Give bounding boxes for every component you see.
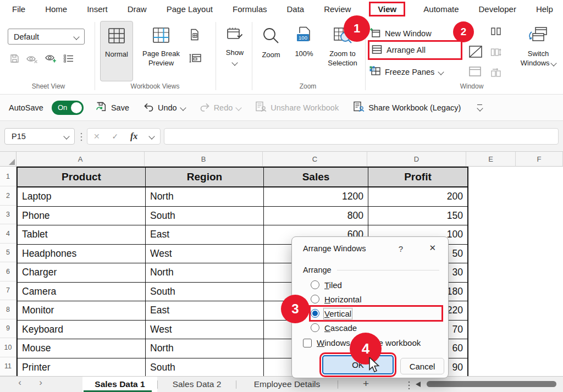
arrange-all-button[interactable]: Arrange All — [369, 42, 461, 58]
cell-A9[interactable]: Keyboard — [18, 321, 146, 340]
custom-views-icon[interactable] — [189, 53, 201, 66]
tab-options-icon[interactable] — [408, 380, 410, 389]
cell-B2[interactable]: North — [146, 187, 264, 207]
select-all-button[interactable] — [0, 152, 16, 167]
menu-tab-draw[interactable]: Draw — [128, 4, 147, 14]
cell-A2[interactable]: Laptop — [18, 187, 146, 207]
cell-A10[interactable]: Mouse — [18, 339, 146, 358]
cell-B11[interactable]: South — [146, 358, 264, 378]
row-header-7[interactable]: 7 — [0, 281, 16, 301]
row-header-10[interactable]: 10 — [0, 338, 16, 357]
radio-tiled[interactable]: Tiled — [311, 278, 441, 291]
row-header-11[interactable]: 11 — [0, 357, 16, 377]
qat-overflow-icon[interactable] — [477, 104, 482, 111]
sheet-tab-sales-data-1[interactable]: Sales Data 1 — [82, 377, 157, 392]
zoom-100-button[interactable]: 100 100% — [289, 21, 319, 81]
hide-window-icon[interactable] — [468, 66, 482, 79]
menu-tab-home[interactable]: Home — [45, 4, 67, 14]
zoom-button[interactable]: Zoom — [255, 21, 287, 81]
dialog-help-button[interactable]: ? — [399, 244, 403, 253]
menu-tab-view[interactable]: View — [371, 3, 404, 15]
new-window-button[interactable]: New Window — [369, 25, 432, 42]
normal-view-button[interactable]: Normal — [100, 21, 133, 81]
menu-tab-insert[interactable]: Insert — [87, 4, 108, 14]
cell-B7[interactable]: South — [146, 283, 264, 302]
cell-C3[interactable]: 800 — [264, 207, 368, 226]
name-box[interactable]: P15 — [4, 128, 75, 145]
freeze-panes-button[interactable]: Freeze Panes — [369, 64, 443, 80]
column-header-F[interactable]: F — [516, 152, 563, 167]
page-break-preview-button[interactable]: Page Break Preview — [135, 21, 187, 81]
cell-B8[interactable]: East — [146, 301, 264, 321]
cell-A6[interactable]: Charger — [18, 263, 146, 283]
row-header-5[interactable]: 5 — [0, 244, 16, 263]
save-button[interactable]: Save — [96, 101, 129, 114]
cell-B9[interactable]: West — [146, 321, 264, 340]
cell-A7[interactable]: Camera — [18, 283, 146, 302]
undo-button[interactable]: Undo — [143, 102, 185, 113]
cell-A8[interactable]: Monitor — [18, 301, 146, 321]
sheet-tab-sales-data-2[interactable]: Sales Data 2 — [158, 377, 236, 392]
row-header-4[interactable]: 4 — [0, 224, 16, 244]
scroll-left-icon[interactable] — [416, 382, 421, 387]
show-button[interactable]: Show — [219, 21, 251, 81]
new-sheet-view-icon[interactable] — [45, 54, 57, 65]
view-side-by-side-icon[interactable] — [490, 26, 501, 38]
switch-windows-button[interactable]: SwitchWindows — [515, 21, 562, 81]
row-header-6[interactable]: 6 — [0, 262, 16, 281]
insert-function-icon[interactable]: fx — [130, 131, 137, 141]
cancel-entry-icon[interactable]: ✕ — [93, 132, 100, 141]
cancel-button[interactable]: Cancel — [400, 358, 444, 374]
formula-input[interactable] — [164, 128, 559, 145]
column-header-E[interactable]: E — [466, 152, 516, 167]
radio-horizontal[interactable]: Horizontal — [311, 292, 441, 306]
header-cell-product[interactable]: Product — [18, 168, 146, 187]
cell-B6[interactable]: North — [146, 263, 264, 283]
row-header-8[interactable]: 8 — [0, 300, 16, 319]
new-sheet-button[interactable]: + — [363, 378, 369, 390]
row-header-2[interactable]: 2 — [0, 186, 16, 206]
cell-B4[interactable]: East — [146, 225, 264, 245]
prev-sheet-button[interactable]: ‹ — [14, 377, 25, 388]
dialog-close-icon[interactable]: ✕ — [429, 243, 436, 253]
column-header-A[interactable]: A — [16, 152, 145, 167]
split-icon[interactable] — [468, 45, 483, 60]
menu-tab-data[interactable]: Data — [286, 4, 304, 14]
row-header-9[interactable]: 9 — [0, 319, 16, 339]
cell-B5[interactable]: West — [146, 245, 264, 264]
drag-handle-icon[interactable] — [80, 132, 82, 141]
cell-A4[interactable]: Tablet — [18, 225, 146, 245]
cell-B3[interactable]: South — [146, 207, 264, 226]
autosave-toggle[interactable]: On — [52, 101, 84, 115]
share-workbook-legacy-button[interactable]: Share Workbook (Legacy) — [353, 101, 461, 114]
keep-sheet-view-icon[interactable] — [10, 54, 19, 65]
page-layout-view-icon[interactable] — [189, 29, 201, 43]
row-header-1[interactable]: 1 — [0, 167, 16, 186]
cell-C2[interactable]: 1200 — [264, 187, 368, 207]
radio-cascade[interactable]: Cascade — [311, 321, 441, 334]
menu-tab-formulas[interactable]: Formulas — [233, 4, 267, 14]
sheet-tab-employee-details[interactable]: Employee Details — [236, 377, 338, 392]
menu-tab-help[interactable]: Help — [536, 4, 553, 14]
column-header-D[interactable]: D — [367, 152, 466, 167]
cell-B10[interactable]: North — [146, 339, 264, 358]
cell-A3[interactable]: Phone — [18, 207, 146, 226]
cell-A5[interactable]: Headphones — [18, 245, 146, 264]
menu-tab-review[interactable]: Review — [324, 4, 351, 14]
column-header-B[interactable]: B — [145, 152, 263, 167]
sheet-view-combo[interactable]: Default — [8, 29, 85, 45]
enter-entry-icon[interactable]: ✓ — [112, 132, 118, 141]
redo-button[interactable]: Redo — [200, 102, 241, 113]
unshare-workbook-button[interactable]: Unshare Workbook — [255, 101, 339, 114]
menu-tab-page-layout[interactable]: Page Layout — [167, 4, 213, 14]
menu-tab-developer[interactable]: Developer — [479, 4, 516, 14]
menu-tab-file[interactable]: File — [12, 4, 25, 14]
cell-D3[interactable]: 150 — [368, 207, 467, 226]
header-cell-profit[interactable]: Profit — [368, 168, 467, 187]
cell-A11[interactable]: Printer — [18, 358, 146, 378]
horizontal-scrollbar[interactable] — [427, 381, 556, 387]
column-header-C[interactable]: C — [263, 152, 367, 167]
sheet-view-options-icon[interactable] — [64, 54, 74, 65]
exit-sheet-view-icon[interactable] — [26, 54, 38, 65]
row-header-3[interactable]: 3 — [0, 206, 16, 225]
